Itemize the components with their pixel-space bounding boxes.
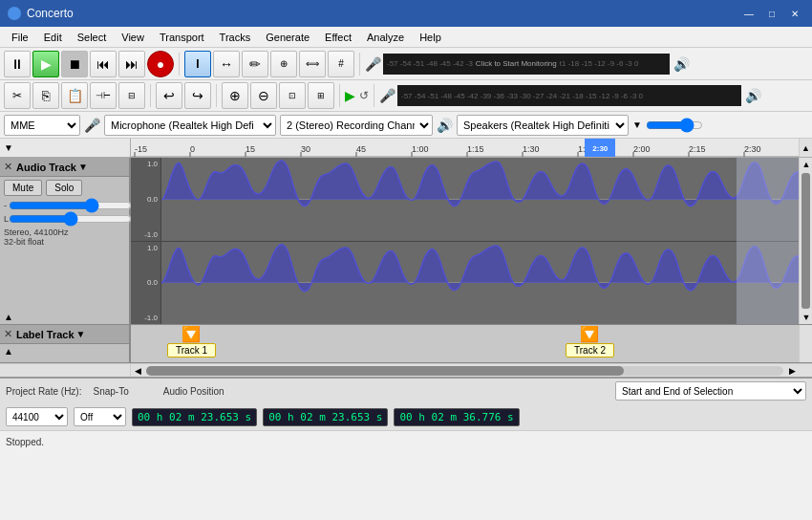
sep1 <box>179 53 180 76</box>
hscroll-right-arrow[interactable]: ▶ <box>785 364 799 378</box>
multi-tool[interactable]: # <box>328 51 354 77</box>
hscroll-left-arrow[interactable]: ◀ <box>131 364 144 378</box>
project-rate-select[interactable]: 44100 <box>6 407 68 426</box>
audio-track-panel: ✕ Audio Track ▼ Mute Solo - + L <box>0 158 131 324</box>
draw-tool[interactable]: ✏ <box>242 51 268 77</box>
selection-type-select[interactable]: Start and End of Selection <box>615 381 806 401</box>
timeline-left-panel: ▼ <box>0 139 131 157</box>
menu-select[interactable]: Select <box>70 30 115 45</box>
zoom-out-button[interactable]: ⊖ <box>250 82 277 109</box>
redo-button[interactable]: ↪ <box>184 82 211 109</box>
label-vscroll-stub <box>799 325 812 362</box>
mute-button[interactable]: Mute <box>4 180 42 196</box>
waveform-area[interactable]: 1.0 0.0 -1.0 1.0 0.0 -1.0 <box>131 158 799 324</box>
vscroll-up[interactable]: ▲ <box>800 158 812 171</box>
vu-meter-top[interactable]: -57 -54 -51 -48 -45 -42 -3 Click to Star… <box>383 54 670 75</box>
hscrollbar[interactable] <box>146 366 783 376</box>
label-track-panel: ✕ Label Track ▼ ▲ <box>0 325 131 362</box>
bottom-settings-row: Project Rate (Hz): Snap-To Audio Positio… <box>0 377 812 403</box>
sep6 <box>374 84 374 107</box>
menu-generate[interactable]: Generate <box>258 30 317 45</box>
paste-button[interactable]: 📋 <box>61 82 88 109</box>
close-button[interactable]: ✕ <box>785 4 804 23</box>
record-button[interactable]: ● <box>147 51 174 77</box>
collapse-btn[interactable]: ▲ <box>4 312 13 322</box>
speaker-icon-3: 🔊 <box>437 118 453 133</box>
vu-label-top: -57 -54 -51 -48 -45 -42 -3 <box>387 59 473 68</box>
label-track-close[interactable]: ✕ <box>4 328 12 340</box>
copy-button[interactable]: ⎘ <box>32 82 59 109</box>
label-text-2: Track 2 <box>574 345 606 356</box>
output-volume-slider[interactable] <box>646 119 703 132</box>
channels-select[interactable]: 2 (Stereo) Recording Channels <box>280 115 433 136</box>
label-track-menu-btn[interactable]: ▼ <box>76 329 86 339</box>
cut-button[interactable]: ✂ <box>4 82 31 109</box>
audio-track-menu-btn[interactable]: ▼ <box>78 162 88 172</box>
snap-to-select[interactable]: Off <box>74 407 126 426</box>
track-info: Stereo, 44100Hz 32-bit float <box>0 226 129 249</box>
menu-edit[interactable]: Edit <box>36 30 70 45</box>
vscroll-down[interactable]: ▼ <box>800 311 812 324</box>
cursor-pos-label: 2:30 <box>592 144 608 153</box>
mute-solo-row: Mute Solo <box>0 177 129 199</box>
ibeam-tool[interactable]: I <box>184 51 211 77</box>
menu-effect[interactable]: Effect <box>317 30 359 45</box>
titlebar-controls[interactable]: — □ ✕ <box>739 4 804 23</box>
vscroll-up-arrow[interactable]: ▲ <box>799 139 812 157</box>
waveform-canvas[interactable] <box>161 158 799 324</box>
audio-pos-display-2[interactable]: 00 h 02 m 23.653 s <box>263 408 388 426</box>
minimize-button[interactable]: — <box>739 4 759 23</box>
zoom-tool[interactable]: ⊕ <box>270 51 297 77</box>
zoom-in-button[interactable]: ⊕ <box>222 82 248 109</box>
cursor-position-indicator[interactable]: 2:30 <box>585 139 615 157</box>
select-tool[interactable]: ↔ <box>213 51 240 77</box>
menu-tracks[interactable]: Tracks <box>212 30 259 45</box>
svg-text:0: 0 <box>190 144 195 154</box>
input-device-select[interactable]: Microphone (Realtek High Defi <box>104 115 276 136</box>
hscrollbar-thumb[interactable] <box>146 366 624 376</box>
timeline-dropdown-icon[interactable]: ▼ <box>4 142 13 153</box>
api-select[interactable]: MME <box>4 115 80 136</box>
maximize-button[interactable]: □ <box>762 4 781 23</box>
output-device-select[interactable]: Speakers (Realtek High Definiti <box>457 115 629 136</box>
zoom-fit-button[interactable]: ⊞ <box>308 82 334 109</box>
vscroll-thumb[interactable] <box>801 173 810 309</box>
menu-view[interactable]: View <box>114 30 152 45</box>
time-tool[interactable]: ⟺ <box>299 51 326 77</box>
audio-track-close[interactable]: ✕ <box>4 161 12 173</box>
volume-row: - + <box>0 199 129 212</box>
y-scale-1-1: 1.0 <box>131 242 160 252</box>
next-button[interactable]: ⏭ <box>118 51 145 77</box>
pan-slider[interactable] <box>9 214 132 224</box>
menu-file[interactable]: File <box>4 30 36 45</box>
stop-button[interactable]: ⏹ <box>61 51 88 77</box>
vu-label-bottom: -57 -54 -51 -48 -45 -42 -39 -36 -33 -30 … <box>401 92 643 100</box>
track-info-line2: 32-bit float <box>4 237 125 247</box>
play-indicator: ▶ <box>345 88 355 103</box>
y-scale-n1-1: -1.0 <box>131 314 160 322</box>
trim-button[interactable]: ⊣⊢ <box>90 82 117 109</box>
zoom-sel-button[interactable]: ⊡ <box>279 82 306 109</box>
app-title: Concerto <box>27 7 74 20</box>
audio-pos-display-3[interactable]: 00 h 02 m 36.776 s <box>394 408 519 426</box>
pause-button[interactable]: ⏸ <box>4 51 31 77</box>
label-track-collapse[interactable]: ▲ <box>4 346 13 357</box>
play-button[interactable]: ▶ <box>32 51 59 77</box>
solo-button[interactable]: Solo <box>46 180 82 196</box>
undo-button[interactable]: ↩ <box>156 82 182 109</box>
menu-transport[interactable]: Transport <box>152 30 212 45</box>
audio-pos-display-1[interactable]: 00 h 02 m 23.653 s <box>132 408 257 426</box>
menu-help[interactable]: Help <box>412 30 449 45</box>
titlebar-left: Concerto <box>8 7 74 20</box>
label-track-name: Label Track <box>16 329 75 340</box>
titlebar: Concerto — □ ✕ <box>0 0 812 27</box>
vu-meter-bottom[interactable]: -57 -54 -51 -48 -45 -42 -39 -36 -33 -30 … <box>397 85 741 106</box>
vol-min-label: - <box>4 201 7 210</box>
label-track-canvas[interactable]: 🔽 Track 1 🔽 Track 2 <box>131 325 799 362</box>
silence-button[interactable]: ⊟ <box>118 82 145 109</box>
mic-icon: 🎤 <box>365 56 381 72</box>
prev-button[interactable]: ⏮ <box>90 51 117 77</box>
click-monitor-label[interactable]: Click to Start Monitoring <box>476 59 557 68</box>
volume-slider[interactable] <box>9 201 132 210</box>
menu-analyze[interactable]: Analyze <box>359 30 412 45</box>
